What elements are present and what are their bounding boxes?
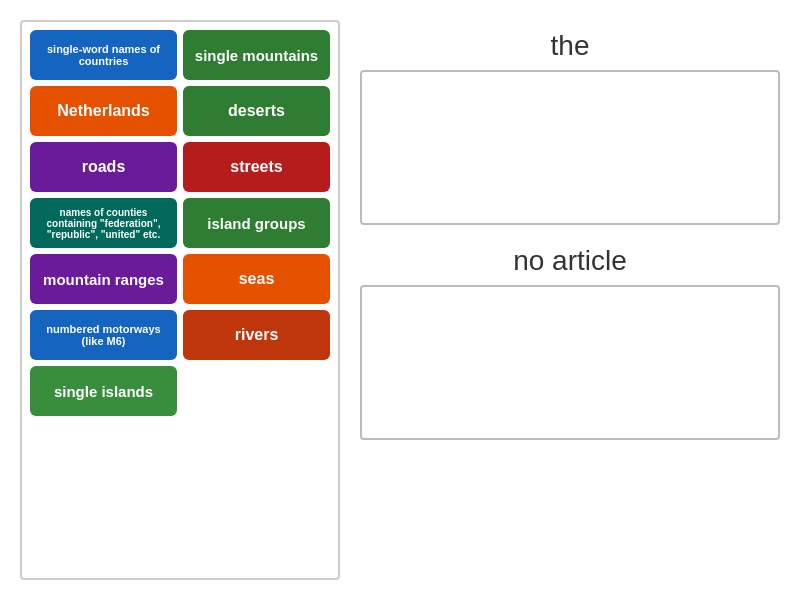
main-container: single-word names of countries single mo… xyxy=(0,0,800,600)
right-panel: the no article xyxy=(360,20,780,580)
drag-item-county-names[interactable]: names of counties containing "federation… xyxy=(30,198,177,248)
no-article-title: no article xyxy=(360,245,780,277)
left-panel: single-word names of countries single mo… xyxy=(20,20,340,580)
no-article-section: no article xyxy=(360,245,780,440)
drag-item-single-islands[interactable]: single islands xyxy=(30,366,177,416)
drag-item-single-word-countries[interactable]: single-word names of countries xyxy=(30,30,177,80)
drag-item-deserts[interactable]: deserts xyxy=(183,86,330,136)
drag-item-roads[interactable]: roads xyxy=(30,142,177,192)
drag-item-numbered-motorways[interactable]: numbered motorways (like M6) xyxy=(30,310,177,360)
the-title: the xyxy=(360,30,780,62)
drag-item-single-mountains[interactable]: single mountains xyxy=(183,30,330,80)
drag-item-island-groups[interactable]: island groups xyxy=(183,198,330,248)
drag-item-rivers[interactable]: rivers xyxy=(183,310,330,360)
no-article-drop-zone[interactable] xyxy=(360,285,780,440)
the-drop-zone[interactable] xyxy=(360,70,780,225)
drag-item-netherlands[interactable]: Netherlands xyxy=(30,86,177,136)
drag-item-seas[interactable]: seas xyxy=(183,254,330,304)
the-section: the xyxy=(360,30,780,225)
drag-item-streets[interactable]: streets xyxy=(183,142,330,192)
drag-item-mountain-ranges[interactable]: mountain ranges xyxy=(30,254,177,304)
